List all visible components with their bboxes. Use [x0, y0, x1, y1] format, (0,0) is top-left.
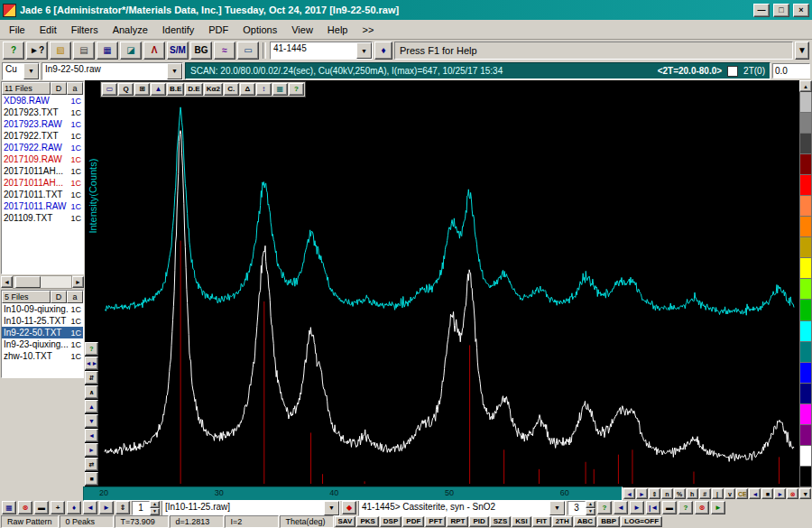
status-mode-button[interactable]: PDF — [402, 516, 424, 527]
chevron-down-icon[interactable]: ▼ — [167, 63, 182, 79]
open-file-icon[interactable]: ▧ — [50, 42, 71, 60]
file-row[interactable]: 2017109.RAW 1C — [2, 153, 83, 165]
palette-color-swatch[interactable] — [799, 467, 812, 487]
file-row[interactable]: 2017922.TXT 1C — [2, 130, 83, 142]
palette-color-swatch[interactable] — [799, 237, 812, 258]
ax-updown-icon[interactable]: ⇕ — [649, 488, 660, 499]
palette-color-swatch[interactable] — [799, 196, 812, 217]
status-mode-button[interactable]: SAV — [335, 516, 356, 527]
file-row[interactable]: 20171011AH... 1C — [2, 177, 83, 189]
scroll-right-icon[interactable]: ► — [72, 276, 84, 288]
palette-color-swatch[interactable] — [799, 404, 812, 425]
file-row[interactable]: 201109.TXT 1C — [2, 212, 83, 224]
palette-color-swatch[interactable] — [799, 384, 812, 404]
scroll-left-icon[interactable]: ◄ — [1, 276, 13, 288]
palette-color-swatch[interactable] — [799, 92, 812, 113]
menu-item[interactable]: Options — [235, 22, 284, 38]
scrollbar-track[interactable] — [13, 275, 72, 289]
file-row[interactable]: 2017923.TXT 1C — [2, 107, 83, 118]
x-axis-bar[interactable]: 2030405060 — [83, 486, 623, 501]
pdf-next-icon[interactable]: ► — [630, 501, 644, 514]
add-overlay-icon[interactable]: + — [51, 501, 65, 514]
whats-this-icon[interactable]: ►? — [26, 42, 48, 60]
ax-close-icon[interactable]: ⊗ — [787, 488, 798, 499]
strip-kalpha2-button[interactable]: Kα2 — [204, 83, 223, 96]
palette-color-swatch[interactable] — [799, 425, 812, 446]
anode-combo[interactable]: Cu ▼ — [2, 62, 40, 80]
file-list-scrollbar[interactable]: ◄ ► — [1, 276, 84, 288]
palette-color-swatch[interactable] — [799, 134, 812, 154]
column-a-header[interactable]: a — [67, 82, 83, 95]
ax-normalize-button[interactable]: n — [661, 488, 673, 499]
ax-right-icon[interactable]: ► — [636, 488, 648, 499]
minimize-button[interactable]: — — [753, 4, 770, 17]
ax-last-icon[interactable]: ► — [774, 488, 786, 499]
column-d-header[interactable]: D — [51, 82, 67, 95]
log-scale-toggle[interactable]: LOG=OFF — [621, 516, 662, 527]
mini-stop-icon[interactable]: ■ — [85, 472, 98, 486]
file-row[interactable]: zhw-10.TXT 1C — [2, 350, 83, 362]
menu-item[interactable]: View — [284, 22, 320, 38]
ax-height-button[interactable]: h — [687, 488, 698, 499]
close-button[interactable]: × — [793, 4, 809, 17]
menu-item[interactable]: Filters — [64, 22, 106, 38]
mini-up-icon[interactable]: ▲ — [85, 400, 98, 413]
search-match-icon[interactable]: S/M — [167, 42, 189, 60]
next-scan-icon[interactable]: ► — [99, 501, 114, 514]
ax-left-icon[interactable]: ◄ — [623, 488, 635, 499]
status-mode-button[interactable]: DSP — [380, 516, 401, 527]
menu-item[interactable]: >> — [355, 22, 381, 38]
pdf-prev-icon[interactable]: ◄ — [614, 501, 628, 514]
toolbar-overflow-icon[interactable]: ▼ — [795, 42, 809, 60]
palette-color-swatch[interactable] — [799, 113, 812, 134]
centroid-button[interactable]: C. — [224, 83, 239, 96]
chevron-down-icon[interactable]: ▼ — [324, 501, 339, 515]
spin-down-icon[interactable]: ▼ — [586, 508, 595, 515]
zoom-icon[interactable]: Q — [118, 83, 134, 96]
status-mode-button[interactable]: SZS — [490, 516, 512, 527]
offset-icon[interactable]: ⇕ — [115, 501, 130, 514]
palette-color-swatch[interactable] — [799, 217, 812, 237]
mini-next-icon[interactable]: ► — [85, 443, 98, 457]
palette-color-swatch[interactable] — [799, 363, 812, 384]
tile-windows-icon[interactable]: ▦ — [2, 501, 16, 514]
prev-scan-icon[interactable]: ◄ — [83, 501, 97, 514]
menu-item[interactable]: Edit — [32, 22, 64, 38]
file-row[interactable]: 2017922.RAW 1C — [2, 142, 83, 153]
file-row[interactable]: In9-22-50.TXT 1C — [2, 327, 83, 338]
ax-stop-icon[interactable]: ■ — [761, 488, 773, 499]
ax-ce-button[interactable]: CE — [736, 488, 748, 499]
grid-toggle-icon[interactable]: ▦ — [272, 83, 288, 96]
card-number-input[interactable] — [567, 501, 586, 515]
status-mode-button[interactable]: PKS — [356, 516, 378, 527]
mini-down-icon[interactable]: ▼ — [85, 414, 98, 428]
phase-match-combo[interactable]: 41-1445> Cassiterite, syn - SnO2 ▼ — [358, 500, 566, 516]
menu-item[interactable]: File — [2, 22, 32, 38]
mini-swap-icon[interactable]: ⇄ — [85, 458, 98, 471]
mini-help-icon[interactable]: ? — [85, 342, 98, 356]
active-file-combo[interactable]: In9-22-50.raw ▼ — [42, 62, 183, 80]
menu-item[interactable]: Identify — [155, 22, 201, 38]
print-icon[interactable]: ▤ — [73, 42, 95, 60]
spin-up-icon[interactable]: ▲ — [586, 501, 595, 508]
ax-v-button[interactable]: v — [724, 488, 736, 499]
sm-close-icon[interactable]: ⊗ — [695, 501, 709, 514]
chevron-down-icon[interactable]: ▼ — [549, 501, 565, 515]
status-mode-button[interactable]: FIT — [532, 516, 551, 527]
eyedropper-icon[interactable]: ♦ — [374, 42, 392, 60]
pdf-card-combo[interactable]: 41-1445 ▼ — [270, 42, 373, 60]
sm-play-icon[interactable]: ► — [711, 501, 725, 514]
pan-vertical-icon[interactable]: ↕ — [256, 83, 272, 96]
status-mode-button[interactable]: 2TH — [552, 516, 573, 527]
status-mode-button[interactable]: ABC — [574, 516, 596, 527]
column-d-header[interactable]: D — [51, 291, 67, 303]
palette-color-swatch[interactable] — [799, 342, 812, 363]
spin-down-icon[interactable]: ▼ — [150, 508, 160, 515]
status-mode-button[interactable]: KSI — [512, 516, 531, 527]
pdf-help-icon[interactable]: ? — [597, 501, 612, 514]
hide-trace-icon[interactable]: ▬ — [34, 501, 49, 514]
status-mode-button[interactable]: PID — [469, 516, 488, 527]
ax-percent-button[interactable]: % — [674, 488, 686, 499]
file-row[interactable]: 2017923.RAW 1C — [2, 118, 83, 130]
scan-number-input[interactable] — [132, 501, 150, 515]
